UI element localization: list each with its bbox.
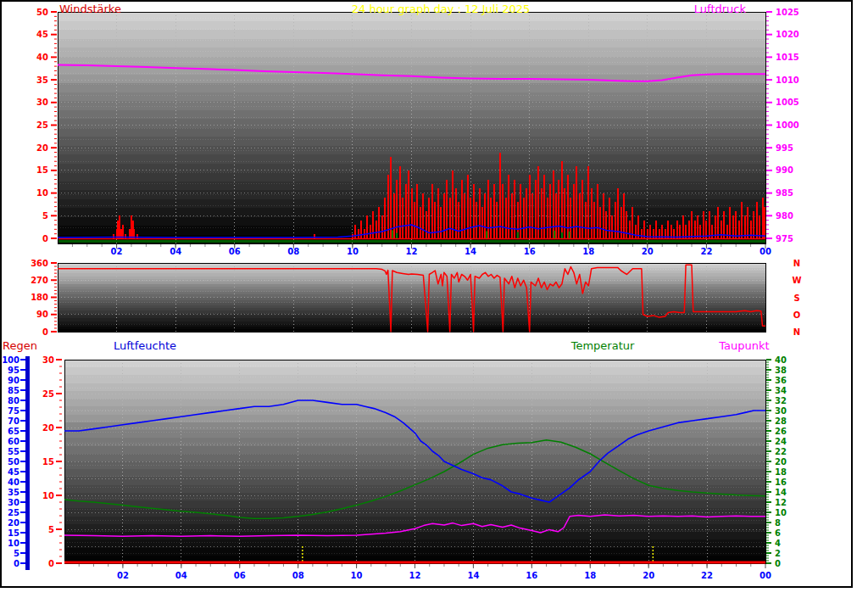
svg-text:990: 990	[776, 165, 793, 175]
svg-text:34: 34	[775, 386, 787, 395]
svg-text:10: 10	[42, 491, 54, 500]
svg-text:50: 50	[8, 457, 19, 467]
svg-text:5: 5	[14, 549, 19, 558]
svg-text:4: 4	[775, 539, 781, 548]
svg-text:15: 15	[36, 165, 48, 175]
svg-text:1025: 1025	[776, 8, 799, 17]
bottom-x-axis: 020406081012141618202200	[79, 564, 771, 580]
svg-text:20: 20	[42, 423, 54, 433]
svg-text:16: 16	[526, 571, 537, 580]
svg-text:50: 50	[36, 8, 48, 17]
svg-text:10: 10	[351, 571, 363, 580]
svg-text:35: 35	[36, 75, 48, 85]
regen-axis: 302520151050	[42, 355, 62, 568]
svg-text:25: 25	[42, 389, 54, 399]
svg-text:22: 22	[775, 447, 787, 456]
svg-text:25: 25	[36, 120, 48, 130]
svg-text:995: 995	[776, 143, 793, 153]
svg-text:20: 20	[642, 247, 654, 256]
luftfeuchte-axis: 1009590858075706560555045403530252015105…	[2, 355, 30, 571]
svg-text:38: 38	[775, 366, 787, 375]
svg-text:00: 00	[760, 247, 771, 256]
svg-text:00: 00	[760, 571, 771, 580]
svg-text:24: 24	[775, 437, 787, 446]
svg-text:975: 975	[776, 234, 793, 243]
svg-text:18: 18	[775, 467, 787, 477]
svg-text:45: 45	[8, 467, 19, 477]
svg-text:14: 14	[775, 488, 787, 497]
svg-text:1020: 1020	[776, 30, 799, 39]
svg-text:W: W	[792, 276, 801, 285]
svg-text:S: S	[793, 293, 799, 303]
svg-text:22: 22	[701, 571, 713, 580]
svg-text:0: 0	[42, 327, 48, 337]
svg-text:04: 04	[170, 247, 181, 256]
svg-text:02: 02	[117, 571, 129, 580]
svg-text:12: 12	[406, 247, 418, 256]
svg-text:180: 180	[31, 293, 48, 302]
svg-text:360: 360	[31, 259, 48, 268]
svg-text:90: 90	[8, 376, 19, 385]
svg-text:270: 270	[31, 276, 48, 285]
svg-text:70: 70	[8, 416, 19, 426]
chart-graphics: 5045403530252015105010251020101510101005…	[2, 8, 801, 581]
wind-direction-panel	[58, 263, 765, 333]
svg-text:85: 85	[8, 386, 19, 395]
svg-text:32: 32	[775, 396, 787, 405]
svg-text:10: 10	[775, 508, 787, 517]
svg-text:30: 30	[36, 98, 48, 107]
windstaerke-label: Windstärke	[59, 3, 121, 15]
svg-text:15: 15	[42, 457, 54, 467]
svg-text:22: 22	[700, 247, 712, 256]
svg-text:75: 75	[8, 406, 19, 416]
svg-text:30: 30	[8, 498, 19, 507]
svg-text:1005: 1005	[776, 98, 799, 107]
temperatur-axis: 4038363432302826242220181614121086420	[766, 355, 787, 568]
svg-text:5: 5	[48, 525, 54, 534]
svg-text:28: 28	[775, 416, 787, 426]
svg-text:10: 10	[36, 188, 48, 198]
chart-title: 24 hour graph day : 12 Juli 2025	[352, 3, 531, 15]
svg-text:5: 5	[42, 211, 48, 221]
svg-text:36: 36	[775, 376, 787, 385]
svg-text:6: 6	[775, 528, 781, 538]
luftfeuchte-label: Luftfeuchte	[114, 339, 176, 352]
svg-text:10: 10	[8, 539, 19, 548]
svg-text:16: 16	[524, 247, 536, 256]
svg-text:985: 985	[776, 188, 793, 198]
windstaerke-axis: 50454035302520151050	[36, 8, 57, 243]
svg-text:10: 10	[347, 247, 359, 256]
svg-text:2: 2	[775, 549, 781, 558]
svg-text:35: 35	[8, 488, 19, 497]
svg-text:980: 980	[776, 211, 793, 221]
svg-text:90: 90	[36, 310, 48, 319]
svg-text:100: 100	[2, 355, 19, 365]
svg-text:0: 0	[42, 234, 48, 243]
svg-text:O: O	[793, 310, 801, 320]
svg-text:1010: 1010	[776, 75, 799, 85]
svg-text:30: 30	[42, 355, 54, 365]
svg-text:40: 40	[8, 478, 19, 487]
regen-label: Regen	[3, 339, 37, 352]
humidity-temp-panel	[64, 360, 765, 564]
svg-text:20: 20	[8, 518, 19, 528]
svg-text:18: 18	[584, 571, 596, 580]
svg-text:65: 65	[8, 427, 19, 436]
svg-text:0: 0	[775, 559, 781, 568]
svg-text:20: 20	[643, 571, 654, 580]
svg-text:1015: 1015	[776, 53, 799, 62]
svg-text:95: 95	[8, 366, 19, 375]
svg-text:18: 18	[582, 247, 594, 256]
svg-text:45: 45	[36, 30, 48, 39]
svg-text:1000: 1000	[776, 120, 799, 130]
svg-text:08: 08	[287, 247, 299, 256]
svg-text:26: 26	[775, 427, 787, 436]
svg-text:06: 06	[229, 247, 241, 256]
svg-text:N: N	[793, 327, 800, 337]
svg-text:55: 55	[8, 447, 19, 456]
svg-text:16: 16	[775, 478, 787, 487]
luftdruck-axis: 102510201015101010051000995990985980975	[766, 8, 799, 243]
svg-text:30: 30	[775, 406, 787, 416]
svg-text:20: 20	[36, 143, 48, 153]
svg-text:60: 60	[8, 437, 19, 446]
